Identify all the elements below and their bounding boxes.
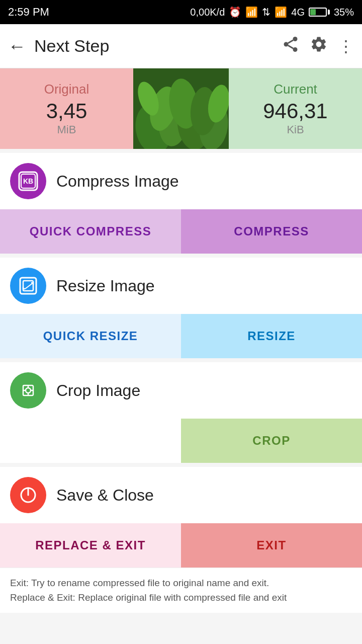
compress-section: KB Compress Image QUICK COMPRESS COMPRES… <box>0 153 362 254</box>
save-btn-row: REPLACE & EXIT EXIT <box>0 523 362 568</box>
original-label: Original <box>44 82 89 97</box>
image-thumbnail <box>133 68 229 149</box>
quick-resize-button[interactable]: QUICK RESIZE <box>0 314 181 358</box>
svg-point-2 <box>293 47 298 52</box>
crop-button[interactable]: CROP <box>181 419 362 463</box>
original-size: 3,45 <box>46 99 87 123</box>
back-button[interactable]: ← <box>8 36 26 57</box>
svg-text:KB: KB <box>23 177 33 185</box>
crop-header: Crop Image <box>0 362 362 419</box>
svg-point-1 <box>284 42 289 46</box>
crop-title: Crop Image <box>56 381 140 400</box>
network-speed: 0,00K/d <box>190 7 225 18</box>
status-bar: 2:59 PM 0,00K/d ⏰ 📶 ⇅ 📶 4G 35% <box>0 0 362 24</box>
more-icon[interactable]: ⋮ <box>338 37 354 56</box>
resize-title: Resize Image <box>56 277 155 295</box>
battery-percent: 35% <box>334 7 354 18</box>
alarm-icon: ⏰ <box>229 6 241 18</box>
share-icon[interactable] <box>282 35 300 57</box>
svg-point-21 <box>19 381 37 399</box>
original-unit: MiB <box>57 123 76 136</box>
svg-point-0 <box>293 37 298 41</box>
page-title: Next Step <box>34 36 282 56</box>
footer-line1: Exit: Try to rename compressed file to o… <box>10 578 269 588</box>
svg-line-4 <box>288 40 293 43</box>
save-icon-container <box>10 477 46 513</box>
footer-line2: Replace & Exit: Replace original file wi… <box>10 592 287 603</box>
battery-icon <box>309 8 330 17</box>
compress-header: KB Compress Image <box>0 153 362 209</box>
resize-header: Resize Image <box>0 258 362 314</box>
replace-exit-button[interactable]: REPLACE & EXIT <box>0 523 181 568</box>
compress-title: Compress Image <box>56 172 179 191</box>
toolbar-actions: ⋮ <box>282 35 354 57</box>
compress-button[interactable]: COMPRESS <box>181 209 362 254</box>
current-unit: KiB <box>287 123 304 136</box>
current-label: Current <box>274 82 317 97</box>
crop-section: Crop Image CROP <box>0 362 362 463</box>
save-header: Save & Close <box>0 467 362 523</box>
resize-icon-container <box>10 268 46 304</box>
quick-compress-button[interactable]: QUICK COMPRESS <box>0 209 181 254</box>
data-transfer-icon: ⇅ <box>262 6 270 18</box>
resize-btn-row: QUICK RESIZE RESIZE <box>0 314 362 358</box>
crop-icon-container <box>10 372 46 409</box>
status-left: 2:59 PM <box>8 6 49 19</box>
save-title: Save & Close <box>56 486 154 505</box>
status-right: 0,00K/d ⏰ 📶 ⇅ 📶 4G 35% <box>190 6 354 18</box>
crop-btn-row: CROP <box>0 419 362 463</box>
resize-section: Resize Image QUICK RESIZE RESIZE <box>0 258 362 358</box>
compress-icon-container: KB <box>10 163 46 199</box>
original-panel: Original 3,45 MiB <box>0 68 133 149</box>
signal-icon: 📶 <box>245 6 258 18</box>
save-close-section: Save & Close REPLACE & EXIT EXIT <box>0 467 362 568</box>
network-type: 4G <box>291 7 305 18</box>
current-size: 946,31 <box>263 99 327 123</box>
signal2-icon: 📶 <box>275 6 287 18</box>
toolbar: ← Next Step ⋮ <box>0 24 362 68</box>
crop-empty-space <box>0 419 181 463</box>
svg-line-20 <box>25 283 33 289</box>
compress-btn-row: QUICK COMPRESS COMPRESS <box>0 209 362 254</box>
exit-button[interactable]: EXIT <box>181 523 362 568</box>
resize-button[interactable]: RESIZE <box>181 314 362 358</box>
svg-line-3 <box>288 45 293 48</box>
current-panel: Current 946,31 KiB <box>229 68 362 149</box>
footer-note: Exit: Try to rename compressed file to o… <box>0 568 362 613</box>
time-display: 2:59 PM <box>8 6 49 19</box>
settings-icon[interactable] <box>310 35 328 57</box>
image-comparison: Original 3,45 MiB Current 946,31 KiB <box>0 68 362 149</box>
